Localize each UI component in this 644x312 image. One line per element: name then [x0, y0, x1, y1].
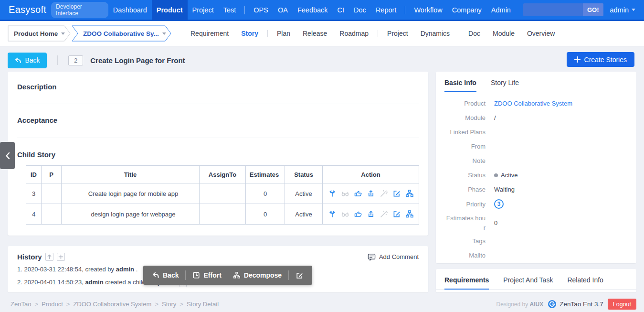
tab-requirements[interactable]: Requirements: [444, 276, 489, 289]
row-actions: [323, 210, 419, 218]
expand-all-button[interactable]: [57, 253, 65, 261]
nav-item-product[interactable]: Product: [152, 0, 188, 20]
col-p: P: [42, 166, 62, 183]
subnav-item-module[interactable]: Module: [486, 30, 521, 37]
chevron-down-icon: [162, 32, 166, 35]
subdivide-sitemap-icon[interactable]: [405, 189, 414, 198]
product-switcher[interactable]: ZDOO Collaborative Sy...: [72, 25, 172, 42]
nav-item-oa[interactable]: OA: [273, 0, 293, 20]
reverse-order-button[interactable]: [45, 253, 53, 261]
nav-item-workflow[interactable]: Workflow: [409, 0, 447, 20]
subnav-item-dynamics[interactable]: Dynamics: [414, 30, 456, 37]
edit-icon[interactable]: [392, 189, 401, 198]
nav-item-doc[interactable]: Doc: [349, 0, 371, 20]
version-label: ZenTao Ent 3.7: [560, 301, 603, 308]
back-button[interactable]: Back: [8, 53, 47, 68]
tab-project-and-task[interactable]: Project And Task: [503, 276, 553, 289]
decompose-sitemap-icon: [233, 271, 241, 279]
user-name: admin: [610, 6, 629, 14]
float-back-button[interactable]: Back: [146, 271, 184, 279]
zentao-logo-icon: [548, 300, 557, 309]
subnav-item-requirement[interactable]: Requirement: [184, 30, 235, 37]
nav-item-test[interactable]: Test: [219, 0, 241, 20]
crumb-story[interactable]: Story: [162, 301, 176, 308]
subnav-item-doc[interactable]: Doc: [462, 30, 486, 37]
nav-divider: [244, 6, 245, 14]
search-go-button[interactable]: GO!: [583, 3, 603, 16]
crumb-zentao[interactable]: ZenTao: [11, 301, 31, 308]
nav-item-company[interactable]: Company: [447, 0, 486, 20]
nav-item-dashboard[interactable]: Dashboard: [108, 0, 152, 20]
chevron-left-icon: [5, 152, 10, 160]
field-linked-plans: Linked Plans: [444, 128, 628, 137]
change-fork-icon[interactable]: [328, 189, 337, 198]
close-thumb-icon[interactable]: [354, 189, 362, 198]
sidebar-collapse-handle[interactable]: [0, 142, 15, 169]
global-search: GO!: [523, 3, 603, 16]
story-detail-panel: Description Acceptance Child Story ID P …: [8, 72, 428, 236]
subnav-item-plan[interactable]: Plan: [271, 30, 296, 37]
effort-button[interactable]: Effort: [187, 271, 227, 279]
col-id: ID: [26, 166, 42, 183]
col-estimates: Estimates: [246, 166, 285, 183]
crumb-product[interactable]: Product: [42, 301, 63, 308]
field-status: Status Active: [444, 171, 628, 180]
decompose-button[interactable]: Decompose: [227, 271, 287, 279]
tab-related-info[interactable]: Related Info: [567, 276, 603, 289]
edit-icon[interactable]: [392, 210, 401, 218]
tab-story-life[interactable]: Story Life: [491, 79, 519, 92]
developer-interface-badge: Developer Interface: [51, 2, 108, 18]
footer: ZenTao > Product > ZDOO Collaborative Sy…: [0, 296, 644, 312]
table-row: 4 design login page for webpage 0 Active: [26, 204, 419, 225]
tab-basic-info[interactable]: Basic Info: [444, 79, 476, 92]
back-arrow-icon: [152, 271, 159, 279]
subnav-item-overview[interactable]: Overview: [521, 30, 561, 37]
create-stories-label: Create Stories: [584, 56, 627, 64]
subnav-item-release[interactable]: Release: [296, 30, 333, 37]
designer-link[interactable]: AIUX: [530, 301, 544, 308]
designed-by: Designed by AIUX: [496, 301, 543, 308]
search-input[interactable]: [523, 3, 583, 16]
toolbar-divider: [57, 55, 58, 65]
field-note: Note: [444, 156, 628, 166]
col-action: Action: [323, 166, 419, 183]
basic-info-fields: Product ZDOO Collaborative System Module…: [436, 92, 636, 260]
section-child-story: Child Story: [17, 138, 419, 159]
section-acceptance: Acceptance: [17, 104, 419, 124]
top-navbar: Easysoft Developer Interface Dashboard P…: [0, 0, 644, 21]
logout-button[interactable]: Logout: [608, 299, 636, 310]
create-stories-button[interactable]: Create Stories: [567, 52, 634, 67]
nav-item-project[interactable]: Project: [188, 0, 219, 20]
history-title: History: [17, 253, 42, 261]
user-menu[interactable]: admin: [610, 6, 636, 14]
crumb-product-name[interactable]: ZDOO Collaborative System: [73, 301, 151, 308]
product-menu: Requirement Story Plan Release Roadmap P…: [184, 30, 561, 37]
nav-item-report[interactable]: Report: [371, 0, 401, 20]
product-link[interactable]: ZDOO Collaborative System: [494, 99, 572, 108]
change-fork-icon[interactable]: [328, 210, 337, 218]
nav-item-ci[interactable]: CI: [333, 0, 349, 20]
comment-icon: [368, 253, 376, 261]
subnav-item-roadmap[interactable]: Roadmap: [333, 30, 375, 37]
nav-item-admin[interactable]: Admin: [486, 0, 516, 20]
cell-estimates: 0: [246, 204, 285, 225]
float-edit-button[interactable]: [290, 271, 309, 280]
product-home-dropdown[interactable]: Product Home: [8, 25, 71, 42]
subnav-item-story[interactable]: Story: [235, 30, 264, 37]
cell-p: [42, 204, 62, 225]
chevron-down-icon: [632, 9, 635, 11]
cell-title[interactable]: Create login page for mobile app: [62, 183, 200, 204]
task-export-icon[interactable]: [367, 189, 375, 198]
task-export-icon[interactable]: [367, 210, 375, 218]
subdivide-sitemap-icon[interactable]: [405, 210, 414, 218]
close-thumb-icon[interactable]: [354, 210, 362, 218]
status-dot: [494, 173, 498, 177]
cell-title[interactable]: design login page for webpage: [62, 204, 200, 225]
subnav-item-project[interactable]: Project: [381, 30, 414, 37]
nav-item-feedback[interactable]: Feedback: [293, 0, 333, 20]
add-comment-button[interactable]: Add Comment: [368, 253, 419, 261]
back-arrow-icon: [14, 57, 21, 64]
nav-item-ops[interactable]: OPS: [249, 0, 273, 20]
chevron-down-icon: [61, 32, 65, 35]
app-logo[interactable]: Easysoft: [9, 4, 46, 15]
